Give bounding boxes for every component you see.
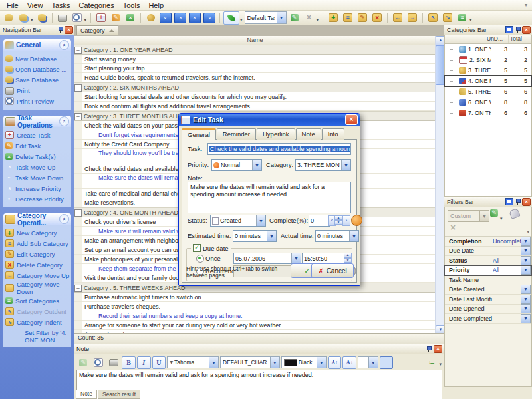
category-row[interactable]: 4. ONE MONTH 5 5: [445, 76, 531, 86]
group-by-category-button[interactable]: Category: [76, 25, 118, 35]
open-database-button[interactable]: [17, 12, 30, 23]
insert-note-button[interactable]: [76, 356, 90, 369]
collapse-group-icon[interactable]: –: [74, 285, 82, 292]
menu-item[interactable]: View: [23, 1, 47, 9]
dialog-tab[interactable]: Info: [322, 128, 344, 140]
once-radio[interactable]: [196, 255, 204, 263]
add-sub-category-button[interactable]: [341, 12, 354, 23]
note-input[interactable]: Make sure the dates will remain valid an…: [188, 182, 351, 213]
complete-clock-button[interactable]: [351, 215, 362, 226]
category-row[interactable]: 3. THREE MON 5 5: [445, 65, 531, 76]
bullet-list-button[interactable]: ≔: [425, 356, 439, 369]
font-color-combobox[interactable]: Black ▼: [281, 356, 327, 368]
nav-item[interactable]: Decrease Priority: [5, 194, 70, 204]
close-icon[interactable]: ×: [522, 26, 531, 34]
note-print-button[interactable]: [106, 356, 120, 369]
collapse-group-icon[interactable]: –: [74, 113, 82, 120]
chevron-down-icon[interactable]: ▼: [521, 265, 531, 275]
note-tab[interactable]: Search result: [98, 390, 140, 399]
cancel-button[interactable]: ✗ Cancel: [311, 263, 354, 278]
filters-overflow-icon[interactable]: ▾: [527, 229, 529, 235]
spin-up-icon[interactable]: ▲: [344, 253, 352, 258]
align-left-button[interactable]: [380, 356, 394, 369]
align-center-button[interactable]: [394, 356, 408, 369]
filter-row[interactable]: Date Opened ▼: [445, 305, 531, 315]
scrollbar-thumb[interactable]: [436, 45, 445, 85]
nav-item[interactable]: Category Move Down: [5, 281, 70, 295]
list-row[interactable]: – Read Guide books, speak to returned tr…: [74, 73, 436, 82]
nav-item[interactable]: New Category: [5, 227, 70, 238]
print-dropdown-icon[interactable]: ▾: [84, 17, 87, 23]
list-row[interactable]: – Category : 2. SIX MONTHS AHEAD: [74, 82, 436, 92]
due-date-checkbox[interactable]: ✓: [193, 244, 201, 252]
collapse-group-icon[interactable]: –: [74, 84, 82, 92]
pin-icon[interactable]: [57, 27, 63, 33]
nav-item[interactable]: Create Task: [5, 130, 70, 140]
actual-time-combobox[interactable]: 0 minutes ▼: [315, 230, 359, 242]
chevron-down-icon[interactable]: ▼: [521, 304, 531, 313]
list-row[interactable]: – Purchase travelers cheques.: [74, 302, 436, 311]
task-move-up-button[interactable]: [174, 12, 187, 23]
category-row[interactable]: 7. ON THE DA 6 6: [445, 108, 531, 118]
task-name-input[interactable]: Check the valid dates and available spen…: [207, 143, 351, 155]
list-row[interactable]: – Record their serial numbers and keep a…: [74, 311, 436, 321]
dialog-tab[interactable]: Reminder: [217, 128, 256, 140]
decrease-priority-button[interactable]: [188, 12, 201, 23]
chevron-up-icon[interactable]: »: [59, 214, 69, 224]
increase-font-button[interactable]: A↑: [328, 356, 342, 369]
category-combobox[interactable]: 3. THREE MONTHS AHEA ▼: [295, 159, 351, 171]
nav-item[interactable]: Edit Category: [5, 249, 70, 259]
note-print-preview-button[interactable]: [92, 356, 106, 369]
clear-filter-button[interactable]: ×: [450, 223, 456, 232]
list-row[interactable]: – Start looking for special deals and ot…: [74, 92, 436, 102]
close-icon[interactable]: ×: [522, 198, 531, 206]
chevron-down-icon[interactable]: ▼: [521, 295, 531, 304]
spin-down-icon[interactable]: ▼: [344, 258, 352, 263]
chevron-down-icon[interactable]: ▼: [252, 160, 261, 170]
find-task-button[interactable]: [144, 12, 158, 23]
nav-group-task-operations-header[interactable]: Task Operations »: [3, 116, 71, 127]
spin-up-icon[interactable]: ▲: [334, 215, 342, 220]
print-preview-button[interactable]: [70, 12, 84, 23]
nav-item[interactable]: Category Move Up: [5, 270, 70, 281]
chevron-down-icon[interactable]: ▼: [341, 160, 350, 170]
window-icon[interactable]: [505, 198, 513, 205]
dialog-tab[interactable]: General: [182, 128, 216, 140]
nav-item[interactable]: Open Database ...: [5, 64, 70, 74]
font-family-combobox[interactable]: Ŧ Tahoma ▼: [167, 356, 219, 368]
task-view-combobox[interactable]: Default Task V ▼: [245, 11, 287, 24]
chevron-down-icon[interactable]: ▼: [521, 256, 531, 265]
open-database-dropdown-icon[interactable]: ▾: [31, 17, 33, 23]
complete-task-button[interactable]: [223, 11, 239, 25]
nav-item[interactable]: Category Indent: [5, 317, 70, 327]
due-date-combobox[interactable]: 05.07.2006 ▼: [233, 253, 301, 264]
chevron-down-icon[interactable]: ▼: [521, 237, 531, 246]
filter-row[interactable]: Task Name ▼: [445, 275, 531, 285]
chevron-down-icon[interactable]: ▼: [368, 357, 378, 368]
filter-row[interactable]: Date Completed ▼: [445, 314, 531, 324]
filter-row[interactable]: Completion Uncompleted ▼: [445, 237, 531, 247]
chevron-down-icon[interactable]: ▼: [521, 314, 531, 323]
vertical-scrollbar[interactable]: ▲ ▼: [435, 36, 444, 335]
close-icon[interactable]: ×: [434, 345, 442, 353]
estimated-time-combobox[interactable]: 0 minutes ▼: [233, 230, 277, 242]
chevron-up-icon[interactable]: »: [59, 40, 69, 50]
nav-item[interactable]: Sort Categories: [5, 295, 70, 306]
decrease-font-button[interactable]: A↓: [342, 356, 356, 369]
chevron-down-icon[interactable]: ▼: [479, 211, 489, 221]
nav-item[interactable]: Print: [5, 85, 70, 96]
filter-row[interactable]: Due Date ▼: [445, 247, 531, 257]
nav-item[interactable]: Add Sub Category: [5, 238, 70, 249]
increase-priority-button[interactable]: [203, 12, 216, 23]
bold-button[interactable]: B: [122, 356, 136, 369]
category-outdent-button[interactable]: [426, 12, 440, 23]
underline-button[interactable]: U: [152, 356, 166, 369]
dialog-title-bar[interactable]: Edit Task ×: [179, 114, 360, 126]
nav-item[interactable]: Delete Task(s): [5, 151, 70, 162]
align-right-button[interactable]: [410, 356, 424, 369]
filter-dropdown-icon[interactable]: ▾: [317, 17, 319, 23]
category-row[interactable]: 5. THREE WEE 6 6: [445, 86, 531, 97]
set-filter-button[interactable]: [288, 12, 301, 23]
due-time-input[interactable]: 15:50:50: [302, 253, 346, 264]
nav-group-category-operations-header[interactable]: Category Operati... »: [3, 213, 71, 225]
